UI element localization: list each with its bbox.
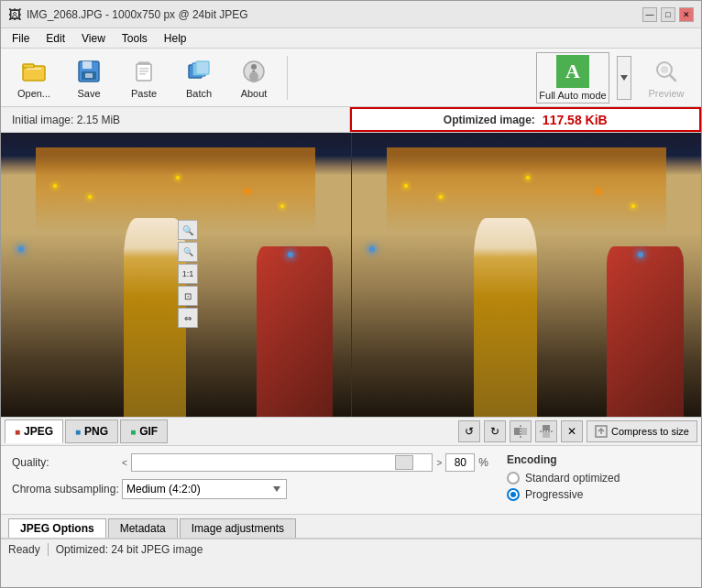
options-panel: Quality: < > 80 % Chroma subsampling: No… xyxy=(1,446,701,515)
tab-gif-label: GIF xyxy=(139,425,158,438)
options-left: Quality: < > 80 % Chroma subsampling: No… xyxy=(12,453,488,506)
minimize-button[interactable]: — xyxy=(642,7,657,22)
chroma-select[interactable]: None (4:4:4) Low (4:1:1) Medium (4:2:0) … xyxy=(122,479,287,499)
svg-rect-8 xyxy=(137,64,151,81)
tab-jpeg[interactable]: ■ JPEG xyxy=(5,419,63,443)
reset-button[interactable]: ✕ xyxy=(561,420,583,442)
initial-image-info: Initial image: 2.15 MiB xyxy=(1,107,350,132)
flip-h-button[interactable] xyxy=(510,420,532,442)
maximize-button[interactable]: □ xyxy=(661,7,675,22)
full-auto-label: Full Auto mode xyxy=(539,90,606,101)
menu-tools[interactable]: Tools xyxy=(115,30,155,47)
sync-button[interactable]: ⇔ xyxy=(178,308,198,328)
radio-standard[interactable] xyxy=(507,472,520,485)
svg-rect-6 xyxy=(85,73,93,78)
preview-label: Preview xyxy=(648,88,684,99)
encoding-standard[interactable]: Standard optimized xyxy=(507,472,690,485)
svg-rect-9 xyxy=(139,68,148,70)
batch-button[interactable]: Batch xyxy=(173,52,225,103)
svg-point-17 xyxy=(251,64,257,70)
svg-rect-11 xyxy=(139,73,146,75)
quality-arrow-left[interactable]: < xyxy=(122,458,127,468)
subtab-metadata[interactable]: Metadata xyxy=(108,518,178,538)
jpeg-subtabs: JPEG Options Metadata Image adjustments xyxy=(1,515,701,539)
quality-label: Quality: xyxy=(12,456,122,469)
zoom-out-button[interactable]: 🔍 xyxy=(178,242,198,262)
about-button[interactable]: i About xyxy=(228,52,280,103)
paste-icon xyxy=(129,57,159,86)
optimized-value: 117.58 KiB xyxy=(543,113,608,127)
svg-point-20 xyxy=(661,66,668,73)
svg-rect-23 xyxy=(521,428,527,435)
zoom-in-button[interactable]: 🔍 xyxy=(178,220,198,240)
full-auto-button[interactable]: A Full Auto mode xyxy=(536,52,609,103)
svg-rect-22 xyxy=(514,428,520,435)
save-label: Save xyxy=(77,88,100,99)
quality-slider-container: < > 80 % xyxy=(122,453,488,472)
quality-slider[interactable] xyxy=(131,453,433,472)
radio-progressive[interactable] xyxy=(507,488,520,501)
quality-pct: % xyxy=(478,456,488,469)
svg-rect-4 xyxy=(82,61,92,69)
encoding-progressive-label: Progressive xyxy=(525,488,583,501)
svg-rect-26 xyxy=(543,432,550,438)
open-label: Open... xyxy=(17,88,50,99)
full-auto-dropdown[interactable] xyxy=(617,56,631,100)
quality-row: Quality: < > 80 % xyxy=(12,453,488,472)
tab-png-label: PNG xyxy=(84,425,108,438)
close-button[interactable]: ✕ xyxy=(679,7,694,22)
tab-png[interactable]: ■ PNG xyxy=(65,419,118,443)
tab-gif[interactable]: ■ GIF xyxy=(120,419,168,443)
menu-edit[interactable]: Edit xyxy=(38,30,72,47)
paste-label: Paste xyxy=(131,88,157,99)
svg-rect-25 xyxy=(543,425,550,430)
zoom-toolbar: 🔍 🔍 1:1 ⊡ ⇔ xyxy=(178,220,524,328)
undo-button[interactable]: ↺ xyxy=(458,420,480,442)
menu-file[interactable]: File xyxy=(5,30,37,47)
encoding-progressive[interactable]: Progressive xyxy=(507,488,690,501)
about-label: About xyxy=(241,88,268,99)
subtab-image-adjustments[interactable]: Image adjustments xyxy=(180,518,296,538)
save-icon xyxy=(74,57,104,86)
save-button[interactable]: Save xyxy=(63,52,115,103)
initial-label: Initial image: xyxy=(12,114,73,126)
svg-line-21 xyxy=(670,75,675,81)
svg-point-18 xyxy=(249,71,258,82)
encoding-panel: Encoding Standard optimized Progressive xyxy=(507,453,690,505)
png-icon: ■ xyxy=(75,427,81,437)
compress-to-size-button[interactable]: Compress to size xyxy=(587,420,697,442)
redo-button[interactable]: ↻ xyxy=(484,420,506,442)
tab-jpeg-label: JPEG xyxy=(24,425,53,438)
open-button[interactable]: Open... xyxy=(8,52,60,103)
svg-rect-14 xyxy=(196,61,209,74)
about-icon: i xyxy=(239,57,269,86)
subtab-jpeg-options[interactable]: JPEG Options xyxy=(8,518,106,538)
optimized-image-info: Optimized image: 117.58 KiB xyxy=(350,107,702,132)
toolbar-separator xyxy=(287,56,288,100)
toolbar-right: A Full Auto mode Preview xyxy=(536,52,694,103)
batch-label: Batch xyxy=(186,88,212,99)
chroma-label: Chroma subsampling: xyxy=(12,483,122,495)
svg-rect-1 xyxy=(23,64,34,68)
title-bar-left: 🖼 IMG_2068.JPG - 1000x750 px @ 24bit JPE… xyxy=(8,7,248,22)
svg-rect-10 xyxy=(139,71,148,72)
paste-button[interactable]: Paste xyxy=(118,52,170,103)
toolbar: Open... Save Paste xyxy=(1,49,701,107)
flip-v-button[interactable] xyxy=(535,420,557,442)
quality-arrow-right[interactable]: > xyxy=(436,458,442,468)
slider-thumb[interactable] xyxy=(395,455,413,470)
fit-width-button[interactable]: ⊡ xyxy=(178,286,198,306)
zoom-1-1-button[interactable]: 1:1 xyxy=(178,264,198,284)
full-auto-icon: A xyxy=(556,55,589,88)
quality-value[interactable]: 80 xyxy=(445,453,475,472)
gif-icon: ■ xyxy=(130,427,136,437)
radio-dot xyxy=(510,492,516,497)
menu-view[interactable]: View xyxy=(74,30,113,47)
menu-bar: File Edit View Tools Help xyxy=(1,28,701,49)
menu-help[interactable]: Help xyxy=(157,30,194,47)
chroma-row: Chroma subsampling: None (4:4:4) Low (4:… xyxy=(12,479,488,499)
encoding-label: Encoding xyxy=(507,453,690,466)
app-icon: 🖼 xyxy=(8,7,21,22)
status-ready: Ready xyxy=(8,543,40,556)
tab-actions: ↺ ↻ ✕ Compress to size xyxy=(458,420,697,442)
